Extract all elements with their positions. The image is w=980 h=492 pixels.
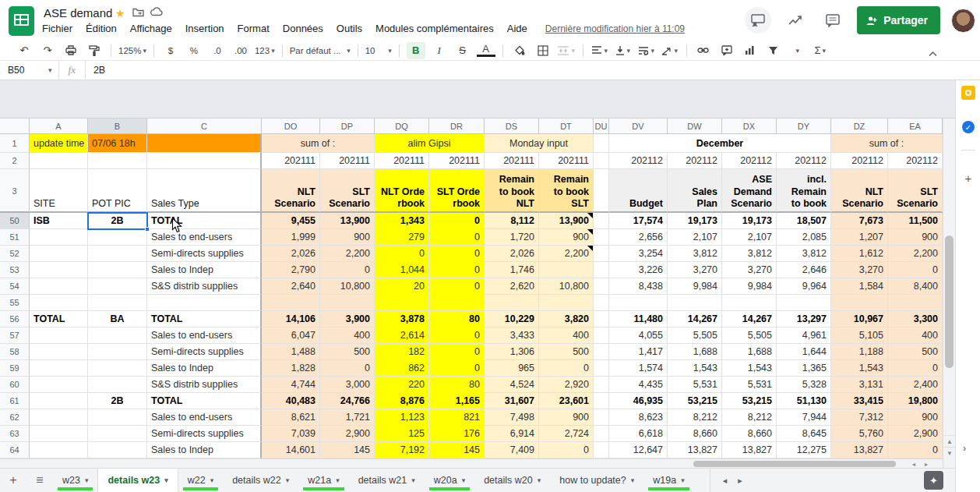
cell-DT3[interactable]: Remain to book SLT (539, 169, 594, 213)
cell-DS54[interactable]: 2,620 (485, 278, 539, 295)
cell-EA55[interactable] (888, 295, 943, 311)
present-to-meeting-icon[interactable] (745, 7, 771, 34)
cell-DX54[interactable]: 9,984 (722, 278, 777, 295)
cell-C51[interactable]: Sales to end-users (147, 229, 262, 246)
sheet-tab-details-w21[interactable]: details w21▾ (349, 469, 425, 492)
cell-B50[interactable]: 2B (88, 213, 147, 229)
merged-alim-gipsi[interactable]: alim Gipsi (375, 134, 485, 153)
cell-DW51[interactable]: 2,107 (668, 229, 722, 246)
sheet-tab-w21a[interactable]: w21a▾ (298, 469, 348, 492)
cell-DU61[interactable] (594, 393, 609, 409)
menu-aide[interactable]: Aide (507, 23, 527, 34)
column-header-DX[interactable]: DX (722, 119, 777, 134)
percent-format-button[interactable]: % (185, 42, 203, 59)
cell-A50[interactable]: ISB (30, 213, 88, 229)
cell-DY60[interactable]: 5,328 (777, 377, 831, 393)
name-box[interactable]: B50 (0, 65, 48, 76)
scroll-left-icon[interactable]: ◂ (908, 460, 919, 468)
scroll-down-icon[interactable]: ▼ (943, 447, 956, 458)
row-header-53[interactable]: 53 (0, 262, 30, 278)
cell-B52[interactable] (88, 246, 147, 262)
column-header-DP[interactable]: DP (320, 119, 375, 134)
row-header-59[interactable]: 59 (0, 360, 30, 377)
cell-B3[interactable]: POT PIC (88, 169, 147, 213)
cell-DZ60[interactable]: 3,131 (831, 377, 888, 393)
explore-button[interactable]: ✦ (924, 471, 943, 490)
cell-DQ3[interactable]: NLT Orderbook (375, 169, 429, 213)
row-header-61[interactable]: 61 (0, 393, 30, 409)
cell-DR55[interactable] (429, 295, 485, 311)
cell-DP60[interactable]: 3,000 (320, 377, 375, 393)
avatar[interactable] (951, 9, 975, 33)
cell-DY55[interactable] (777, 295, 831, 311)
cell-C55[interactable] (147, 295, 262, 311)
cell-B51[interactable] (88, 229, 147, 246)
cell-DX2[interactable]: 202112 (722, 153, 777, 169)
sheet-tab-w22[interactable]: w22▾ (178, 469, 223, 492)
cell-DZ53[interactable]: 3,270 (831, 262, 888, 278)
cell-A52[interactable] (30, 246, 88, 262)
cell-DU51[interactable] (594, 229, 609, 246)
cell-DO64[interactable]: 14,601 (262, 442, 320, 458)
cell-DQ54[interactable]: 20 (375, 278, 429, 295)
functions-button[interactable]: Σ▾ (811, 42, 830, 59)
filter-views-dropdown[interactable]: ▾ (795, 47, 799, 55)
cell-DO60[interactable]: 4,744 (262, 377, 320, 393)
cell-C61[interactable]: TOTAL (147, 393, 262, 409)
cell-DQ60[interactable]: 220 (375, 377, 429, 393)
cell-A64[interactable] (30, 442, 88, 458)
cell-DX61[interactable]: 53,215 (722, 393, 777, 409)
column-header-DR[interactable]: DR (429, 119, 485, 134)
cell-DY56[interactable]: 13,297 (777, 311, 831, 327)
cell-B55[interactable] (88, 295, 147, 311)
cell-DZ62[interactable]: 7,312 (831, 409, 888, 426)
cell-DZ63[interactable]: 5,760 (831, 426, 888, 442)
cell-DS63[interactable]: 6,914 (485, 426, 539, 442)
insert-comment-button[interactable] (717, 42, 736, 59)
column-header-B[interactable]: B (88, 119, 147, 134)
horizontal-scrollbar[interactable]: ◂ ▸ (0, 458, 943, 468)
cell-EA51[interactable]: 900 (888, 229, 943, 246)
cell-DY63[interactable]: 8,645 (777, 426, 831, 442)
horizontal-align-button[interactable]: ▾ (590, 42, 609, 59)
cell-C54[interactable]: S&S distrib supplies (147, 278, 262, 295)
cell-DX56[interactable]: 14,267 (722, 311, 777, 327)
row-header-54[interactable]: 54 (0, 278, 30, 295)
cell-DR51[interactable]: 0 (429, 229, 485, 246)
column-header-A[interactable]: A (30, 119, 88, 134)
cell-DQ56[interactable]: 3,878 (375, 311, 429, 327)
column-header-DV[interactable]: DV (609, 119, 668, 134)
cell-DU50[interactable] (594, 213, 609, 229)
menu-outils[interactable]: Outils (337, 23, 362, 34)
cell-DT54[interactable]: 10,800 (539, 278, 594, 295)
cell-DV64[interactable]: 12,647 (609, 442, 668, 458)
cell-DU56[interactable] (594, 311, 609, 327)
cell-DZ2[interactable]: 202112 (831, 153, 888, 169)
cell-DT52[interactable]: 2,200 (539, 246, 594, 262)
sheet-tab-w19a[interactable]: w19a▾ (643, 469, 693, 492)
cell-DO53[interactable]: 2,790 (262, 262, 320, 278)
sheet-tab-w23[interactable]: w23▾ (53, 469, 97, 492)
cell-DR62[interactable]: 821 (429, 409, 485, 426)
cell-DO51[interactable]: 1,999 (262, 229, 320, 246)
cell-DO55[interactable] (262, 295, 320, 311)
cell-DW64[interactable]: 13,827 (668, 442, 722, 458)
sheet-tab-menu-icon[interactable]: ▾ (681, 476, 685, 484)
cell-DO3[interactable]: NLT Scenario (262, 169, 320, 213)
cell-A54[interactable] (30, 278, 88, 295)
cell-DT60[interactable]: 2,920 (539, 377, 594, 393)
cell-C52[interactable]: Semi-directs supplies (147, 246, 262, 262)
cell-DU53[interactable] (594, 262, 609, 278)
cell-DQ51[interactable]: 279 (375, 229, 429, 246)
collapse-toolbar-icon[interactable] (923, 45, 942, 62)
insert-chart-button[interactable] (741, 42, 760, 59)
row-header-2[interactable]: 2 (0, 153, 30, 169)
cell-DV57[interactable]: 4,055 (609, 327, 668, 344)
cell-DT58[interactable]: 500 (539, 344, 594, 360)
cell-B60[interactable] (88, 377, 147, 393)
cell-DR56[interactable]: 80 (429, 311, 485, 327)
move-folder-icon[interactable] (132, 7, 144, 17)
sheet-tab-menu-icon[interactable]: ▾ (286, 476, 290, 484)
borders-button[interactable] (534, 42, 552, 59)
cell-DW62[interactable]: 8,212 (668, 409, 722, 426)
